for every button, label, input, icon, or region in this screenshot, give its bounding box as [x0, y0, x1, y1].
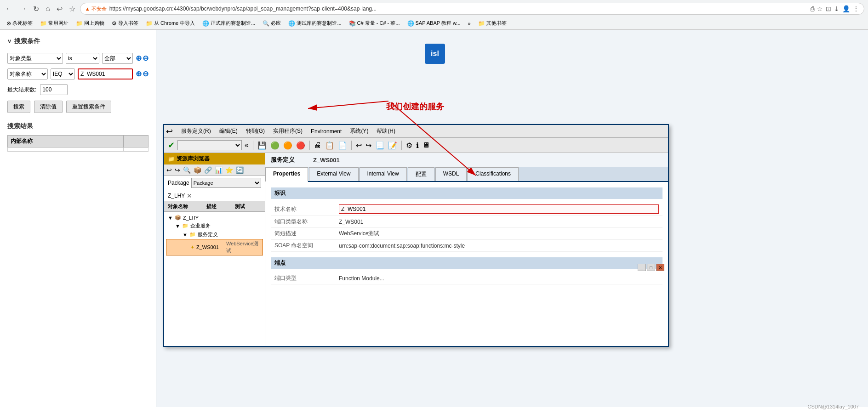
- download-button[interactable]: ⤓: [834, 5, 839, 12]
- menu-system[interactable]: 系统(Y): [346, 126, 372, 136]
- object-type-select[interactable]: 对象类型: [7, 53, 63, 64]
- folder-icon-4: 📁: [478, 20, 485, 27]
- menu-service-def[interactable]: 服务定义(R): [177, 126, 215, 136]
- bookmark-chrome-import[interactable]: 📁 从 Chrome 中导入: [143, 19, 198, 28]
- toolbar-red-btn[interactable]: 🔴: [295, 140, 306, 151]
- value-select-1[interactable]: 全部: [102, 53, 133, 64]
- tab-classifications[interactable]: Classifications: [468, 167, 519, 181]
- close-button[interactable]: ✕: [656, 264, 664, 271]
- prop-label-technical: 技术名称: [271, 203, 335, 216]
- sidebar-btn-8[interactable]: 🔄: [235, 166, 245, 174]
- technical-name-input[interactable]: [339, 204, 659, 214]
- sidebar-btn-4[interactable]: 📦: [193, 166, 202, 174]
- tree-node-z-ws001[interactable]: ✦ Z_WS001 WebService测试: [166, 239, 263, 255]
- minus-button-2[interactable]: ⊖: [143, 70, 148, 78]
- toolbar-back-btn[interactable]: «: [244, 140, 250, 150]
- tree-node-service-def[interactable]: ▼ 📁 服务定义: [166, 230, 263, 239]
- share-button[interactable]: ⎙: [811, 5, 814, 12]
- bookmark-csharp[interactable]: 📚 C# 常量 - C# - 菜...: [346, 19, 403, 28]
- toolbar-green-btn[interactable]: 🟢: [269, 140, 280, 151]
- separator-1: [253, 141, 253, 150]
- maximize-button[interactable]: □: [647, 264, 655, 271]
- package-select[interactable]: Package: [191, 178, 261, 188]
- bookmark-import[interactable]: ⚙ 导入书签: [109, 19, 141, 28]
- bookmark-test[interactable]: 🌐 测试库的赛意制造...: [286, 19, 344, 28]
- undo-button[interactable]: ↩: [55, 4, 64, 14]
- tab-external-view[interactable]: External View: [309, 167, 358, 181]
- plus-minus-2: ⊕ ⊖: [136, 70, 148, 78]
- menu-utilities[interactable]: 实用程序(S): [269, 126, 306, 136]
- toolbar-doc-btn[interactable]: 📃: [374, 140, 385, 151]
- forward-button[interactable]: →: [17, 4, 29, 14]
- toolbar-save-btn[interactable]: 💾: [257, 140, 268, 151]
- more-button[interactable]: ⋮: [853, 5, 859, 12]
- plus-button-2[interactable]: ⊕: [136, 70, 142, 78]
- bookmark-others[interactable]: 📁 其他书签: [475, 19, 509, 28]
- bookmark-sap-abap[interactable]: 🌐 SAP ABAP 教程 w...: [405, 19, 463, 28]
- menu-environment[interactable]: Environment: [307, 127, 345, 136]
- bookmark-common-url[interactable]: 📁 常用网址: [37, 19, 71, 28]
- home-button[interactable]: ⌂: [44, 4, 52, 14]
- tab-properties[interactable]: Properties: [265, 167, 308, 182]
- clear-button[interactable]: 清除值: [34, 101, 63, 113]
- cast-button[interactable]: ⊡: [826, 5, 831, 12]
- toolbar-copy-btn1[interactable]: 📋: [324, 140, 335, 151]
- toolbar-config-btn[interactable]: ⚙: [405, 140, 413, 151]
- bookmark-official[interactable]: 🌐 正式库的赛意制造...: [200, 19, 258, 28]
- bookmark-kill-tab[interactable]: ⊗ 杀死标签: [4, 19, 35, 28]
- toolbar-check-btn[interactable]: ✔: [167, 139, 176, 151]
- minimize-button[interactable]: _: [638, 264, 646, 271]
- bookmark-star-button[interactable]: ☆: [817, 5, 823, 12]
- collapse-icon[interactable]: ∨: [7, 38, 11, 45]
- reset-button[interactable]: 重置搜索条件: [66, 101, 111, 113]
- object-name-select[interactable]: 对象名称: [7, 68, 48, 79]
- sidebar-btn-2[interactable]: ↪: [174, 166, 181, 174]
- sidebar-btn-6[interactable]: 📊: [214, 166, 223, 174]
- toolbar-doc-btn2[interactable]: 📝: [387, 140, 398, 151]
- sap-back-icon[interactable]: ↩: [166, 126, 173, 136]
- max-results-input[interactable]: [40, 84, 68, 95]
- back-button[interactable]: ←: [4, 4, 15, 14]
- minus-button-1[interactable]: ⊖: [143, 55, 148, 62]
- result-cell-empty: [8, 147, 124, 152]
- sidebar-btn-5[interactable]: 🔗: [203, 166, 213, 174]
- endpoint-value: Function Module...: [335, 272, 662, 284]
- menu-help[interactable]: 帮助(H): [373, 126, 399, 136]
- sap-content-area: 📁 资源库浏览器 ↩ ↪ 🔍 📦 🔗 📊 ⭐ 🔄 Package Package: [164, 153, 668, 346]
- tab-wsdl[interactable]: WSDL: [435, 167, 467, 181]
- star-button[interactable]: ☆: [67, 4, 77, 14]
- tab-internal-view[interactable]: Internal View: [360, 167, 407, 181]
- toolbar-info-btn[interactable]: ℹ: [415, 140, 420, 151]
- bookmark-shopping[interactable]: 📁 网上购物: [73, 19, 107, 28]
- results-table: 内部名称: [7, 135, 148, 152]
- url-display[interactable]: https://mysap.goodsap.cn:44300/sap/bc/we…: [109, 6, 808, 12]
- search-value-input[interactable]: [78, 68, 133, 79]
- operator-select-1[interactable]: is: [66, 53, 99, 64]
- sidebar-btn-3[interactable]: 🔍: [182, 166, 192, 174]
- operator-select-2[interactable]: IEQ: [51, 68, 75, 79]
- kill-tab-icon: ⊗: [6, 20, 11, 27]
- plus-button-1[interactable]: ⊕: [136, 55, 142, 62]
- toolbar-copy-btn2[interactable]: 📄: [337, 140, 348, 151]
- bookmark-bing[interactable]: 🔍 必应: [260, 19, 284, 28]
- toolbar-redo-btn[interactable]: ↪: [365, 140, 372, 151]
- tab-config[interactable]: 配置: [408, 167, 434, 181]
- package-close-btn[interactable]: ✕: [187, 192, 192, 199]
- refresh-button[interactable]: ↻: [31, 4, 41, 14]
- search-button[interactable]: 搜索: [7, 101, 30, 113]
- profile-button[interactable]: 👤: [842, 5, 850, 12]
- toolbar-monitor-btn[interactable]: 🖥: [422, 140, 431, 150]
- menu-goto[interactable]: 转到(G): [242, 126, 268, 136]
- sidebar-btn-1[interactable]: ↩: [166, 166, 173, 174]
- bookmark-more[interactable]: »: [465, 20, 474, 27]
- toolbar-print-btn[interactable]: 🖨: [313, 140, 322, 150]
- tree-node-z-lhy[interactable]: ▼ 📦 Z_LHY: [166, 214, 263, 221]
- menu-edit[interactable]: 编辑(E): [216, 126, 241, 136]
- tree-node-enterprise[interactable]: ▼ 📁 企业服务: [166, 221, 263, 230]
- sidebar-btn-7[interactable]: ⭐: [224, 166, 234, 174]
- toolbar-select[interactable]: [177, 140, 242, 150]
- tree-col1-header: 对象名称: [168, 203, 188, 210]
- toolbar-orange-btn[interactable]: 🟠: [282, 140, 293, 151]
- folder-icon-3: 📁: [146, 20, 153, 27]
- toolbar-undo-btn[interactable]: ↩: [355, 140, 363, 151]
